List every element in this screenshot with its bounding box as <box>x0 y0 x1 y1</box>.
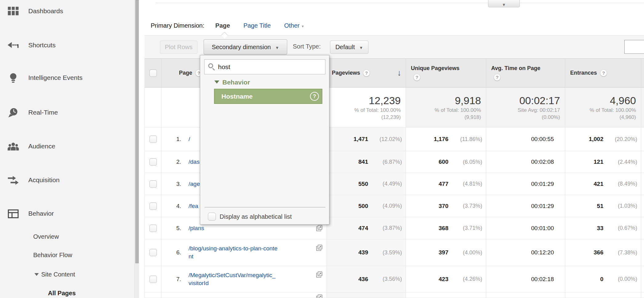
entrances-value-cell: 366(7.38%) <box>565 239 641 266</box>
page-link[interactable]: / <box>189 135 190 143</box>
row-index: 2. <box>165 159 181 165</box>
primary-dimension-page[interactable]: Page <box>215 22 230 29</box>
row-index: 4. <box>165 203 181 210</box>
row-checkbox[interactable] <box>149 180 157 188</box>
sort-type-button[interactable]: Default▼ <box>330 41 368 54</box>
avg-time-value-cell <box>486 292 565 298</box>
external-link-icon[interactable] <box>316 294 323 298</box>
entrances-value-cell: 0(0.00%) <box>565 266 641 292</box>
table-search-input[interactable] <box>624 40 644 54</box>
page-cell: 6./blog/using-analytics-to-plan-conte nt <box>161 239 327 266</box>
help-icon[interactable]: ? <box>363 69 370 76</box>
totals-entrances-sub: (4,960) <box>619 114 636 121</box>
top-divider <box>156 3 644 3</box>
header-unique-pageviews[interactable]: Unique Pageviews ? <box>406 58 486 88</box>
header-avg-time[interactable]: Avg. Time on Page ? <box>486 58 565 88</box>
pageviews-value: 841 <box>358 159 368 165</box>
plot-rows-button[interactable]: Plot Rows <box>160 41 197 54</box>
pageviews-value-cell: 474(3.87%) <box>327 217 406 239</box>
sidebar-item-real-time[interactable]: Real-Time <box>0 106 134 119</box>
sort-type-label: Sort Type: <box>293 43 321 50</box>
external-link-icon[interactable] <box>316 271 323 278</box>
primary-dimension-bar: Primary Dimension: Page Page Title Other… <box>151 22 304 31</box>
help-icon[interactable]: ? <box>600 69 607 76</box>
primary-dimension-page-title[interactable]: Page Title <box>243 22 271 29</box>
sidebar: DashboardsShortcutsIntelligence EventsRe… <box>0 0 134 298</box>
acquisition-icon <box>7 174 19 186</box>
page-link[interactable]: /blog/using-analytics-to-plan-conte nt <box>189 245 277 261</box>
sidebar-item-dashboards[interactable]: Dashboards <box>0 5 134 17</box>
row-checkbox[interactable] <box>149 135 157 143</box>
pageviews-value: 474 <box>358 225 368 232</box>
avg-time-value: 00:02:08 <box>531 159 554 165</box>
unique-pageviews-value-cell: 370(3.73%) <box>406 195 486 217</box>
sidebar-item-shortcuts[interactable]: Shortcuts <box>0 39 134 51</box>
scrollbar-thumb[interactable] <box>135 0 139 263</box>
dimension-search-input[interactable] <box>218 60 323 74</box>
table-row <box>145 292 644 298</box>
external-link-icon[interactable] <box>316 225 323 232</box>
page-link[interactable]: /das <box>189 158 200 166</box>
row-checkbox[interactable] <box>149 202 157 210</box>
sidebar-item-behavior[interactable]: Behavior <box>0 207 134 220</box>
sidebar-item-intelligence-events[interactable]: Intelligence Events <box>0 72 134 84</box>
header-pageviews[interactable]: Pageviews ? ↓ <box>327 58 406 88</box>
primary-dimension-other[interactable]: Other <box>284 22 300 29</box>
row-checkbox[interactable] <box>149 249 157 256</box>
header-page-label: Page <box>179 70 192 76</box>
page-link[interactable]: /Megalytic/SetCustVar/megalytic_ visitor… <box>189 271 276 287</box>
external-link-icon[interactable] <box>316 244 323 251</box>
row-index: 6. <box>165 249 181 256</box>
select-all-checkbox[interactable] <box>149 69 157 77</box>
row-checkbox[interactable] <box>149 158 157 166</box>
sidebar-item-behavior-flow[interactable]: Behavior Flow <box>0 249 134 261</box>
page-link[interactable]: /age <box>189 180 200 188</box>
row-checkbox[interactable] <box>149 276 157 283</box>
pageviews-percent: (3.59%) <box>368 249 402 256</box>
next-column-sliver <box>641 217 644 239</box>
pageviews-value-cell: 500(4.09%) <box>327 195 406 217</box>
sidebar-item-label: Overview <box>33 230 59 243</box>
page-link[interactable]: /fea <box>189 202 198 210</box>
help-icon[interactable]: ? <box>413 74 420 81</box>
dropdown-item-hostname[interactable]: Hostname ? <box>214 89 322 104</box>
page-link[interactable]: /plans <box>189 224 204 232</box>
unique-pageviews-value-cell: 368(3.71%) <box>406 217 486 239</box>
dimension-search-box <box>204 59 325 74</box>
help-icon[interactable]: ? <box>494 74 501 81</box>
pageviews-percent: (6.87%) <box>368 159 402 165</box>
sort-desc-icon[interactable]: ↓ <box>397 68 402 78</box>
help-icon[interactable]: ? <box>310 92 319 101</box>
dropdown-group-behavior[interactable]: Behavior <box>214 79 250 86</box>
row-checkbox-cell <box>145 292 161 298</box>
row-checkbox[interactable] <box>149 225 157 232</box>
sidebar-scrollbar[interactable] <box>134 0 139 298</box>
unique-pageviews-value: 477 <box>439 181 448 187</box>
secondary-dimension-label: Secondary dimension <box>212 44 271 50</box>
search-icon <box>208 63 213 68</box>
avg-time-value-cell: 00:01:29 <box>486 195 565 217</box>
sidebar-item-label: Shortcuts <box>28 39 56 51</box>
entrances-percent: (8.49%) <box>603 181 637 187</box>
sidebar-item-site-content[interactable]: Site Content <box>0 268 134 280</box>
alphabetical-list-checkbox[interactable] <box>208 213 216 221</box>
sidebar-item-label: Intelligence Events <box>28 72 82 84</box>
row-checkbox-cell <box>145 239 161 266</box>
secondary-dimension-button[interactable]: Secondary dimension▼ <box>204 39 287 55</box>
sidebar-item-all-pages[interactable]: All Pages <box>0 287 134 298</box>
entrances-value-cell: 33(0.67%) <box>565 217 641 239</box>
shortcuts-icon <box>7 40 19 51</box>
sidebar-item-label: Real-Time <box>28 106 58 119</box>
entrances-value-cell <box>565 292 641 298</box>
audience-icon <box>7 141 19 152</box>
top-dropdown-button[interactable]: ▼ <box>488 0 520 7</box>
entrances-percent: (2.44%) <box>603 159 637 165</box>
next-column-sliver <box>641 127 644 151</box>
entrances-value: 421 <box>594 181 603 187</box>
header-entrances[interactable]: Entrances ? <box>565 58 641 88</box>
sidebar-item-audience[interactable]: Audience <box>0 140 134 152</box>
sidebar-item-acquisition[interactable]: Acquisition <box>0 174 134 186</box>
row-index: 1. <box>165 136 181 143</box>
entrances-percent: (7.38%) <box>603 249 637 256</box>
sidebar-item-overview[interactable]: Overview <box>0 230 134 243</box>
